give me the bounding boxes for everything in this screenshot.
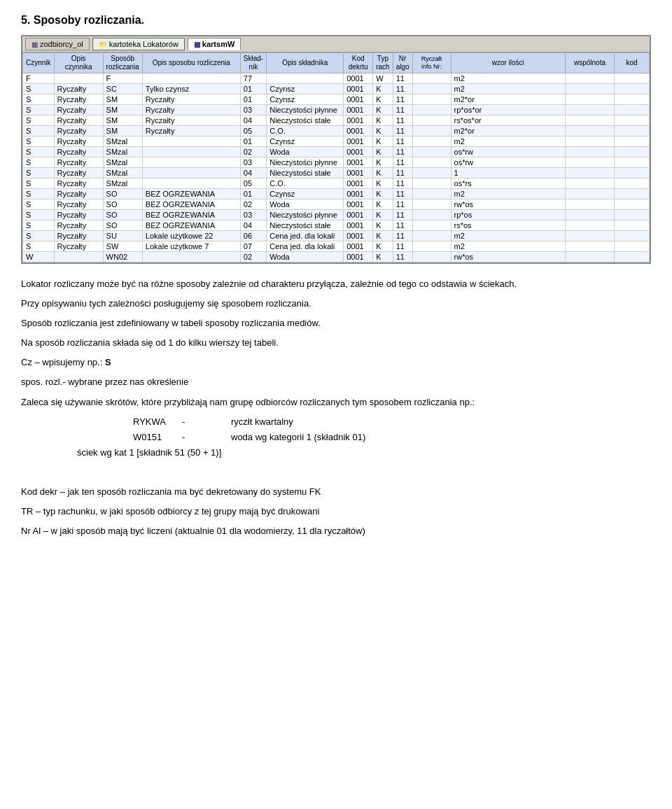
cell-opis-sposobu: Ryczałty — [142, 105, 240, 115]
cell-skladnik: 03 — [240, 105, 266, 115]
cell-czynnik: S — [23, 210, 55, 220]
cell-wzor: rs*os — [451, 220, 565, 231]
cell-opis-skladnika: Nieczystości płynne — [267, 157, 344, 168]
table-row[interactable]: SRyczałtySMzal04Nieczystości stałe0001K1… — [23, 168, 650, 178]
cell-opis-czynnika: Ryczałty — [54, 241, 103, 252]
table-row[interactable]: SRyczałtySMRyczałty03Nieczystości płynne… — [23, 105, 650, 115]
table-row[interactable]: FF770001W11m2 — [23, 73, 650, 84]
cell-kod-dekr: 0001 — [344, 73, 373, 84]
cell-opis-sposobu: BEZ OGRZEWANIA — [142, 210, 240, 220]
cell-opis-czynnika: Ryczałty — [54, 168, 103, 178]
para11: TR – typ rachunku, w jaki sposób odbiorc… — [21, 504, 651, 519]
table-row[interactable]: SRyczałtySMzal02Woda0001K11os*rw — [23, 147, 650, 157]
cell-opis-czynnika: Ryczałty — [54, 147, 103, 157]
table-row[interactable]: SRyczałtySMRyczałty01Czynsz0001K11m2*or — [23, 94, 650, 105]
indent-block: RYKWA - ryczłt kwartalny W0151 - woda wg… — [77, 414, 651, 460]
th-opis-czynnika: Opis czynnika — [54, 53, 103, 73]
cell-wspolnota — [566, 147, 615, 157]
cell-opis-sposobu: Ryczałty — [142, 115, 240, 126]
cell-wspolnota — [566, 136, 615, 147]
cell-skladnik: 06 — [240, 231, 266, 241]
th-ryczalt: Ryczałt info Nr: — [412, 53, 451, 73]
cell-wspolnota — [566, 199, 615, 210]
cell-opis-sposobu — [142, 178, 240, 189]
cell-skladnik: 01 — [240, 189, 266, 199]
table-row[interactable]: SRyczałtySMzal01Czynsz0001K11m2 — [23, 136, 650, 147]
cell-opis-skladnika: Woda — [267, 199, 344, 210]
cell-opis-skladnika: Nieczystości stałe — [267, 115, 344, 126]
cell-czynnik: S — [23, 136, 55, 147]
cell-typ: K — [373, 220, 393, 231]
cell-opis-skladnika: Woda — [267, 252, 344, 262]
cell-opis-sposobu: Lokale użytkowe 22 — [142, 231, 240, 241]
cell-typ: K — [373, 136, 393, 147]
cell-opis-skladnika: Nieczystości stałe — [267, 220, 344, 231]
cell-opis-skladnika: Czynsz — [267, 84, 344, 94]
cell-wspolnota — [566, 241, 615, 252]
tab-zodbiorcy-label: zodbiorcy_ol — [40, 40, 83, 48]
table-row[interactable]: SRyczałtySOBEZ OGRZEWANIA02Woda0001K11rw… — [23, 199, 650, 210]
cell-sposob: SC — [103, 84, 142, 94]
cell-wspolnota — [566, 115, 615, 126]
cell-opis-czynnika — [54, 252, 103, 262]
cell-skladnik: 05 — [240, 178, 266, 189]
para3: Sposób rozliczania jest zdefiniowany w t… — [21, 316, 651, 331]
cell-nr: 11 — [393, 126, 412, 136]
table-row[interactable]: SRyczałtySMRyczałty04Nieczystości stałe0… — [23, 115, 650, 126]
cell-opis-sposobu — [142, 147, 240, 157]
window-area: ▦ zodbiorcy_ol 📁 kartoteka Lokatorów ▦ k… — [21, 35, 651, 264]
tab-zodbiorcy[interactable]: ▦ zodbiorcy_ol — [25, 38, 90, 50]
tab-kartoteka[interactable]: 📁 kartoteka Lokatorów — [92, 38, 185, 50]
cell-wzor: rw*os — [451, 252, 565, 262]
cell-kod — [615, 105, 650, 115]
tab-kartsmw[interactable]: ▦ kartsmW — [188, 38, 241, 50]
cell-kod — [615, 199, 650, 210]
cell-czynnik: S — [23, 189, 55, 199]
cell-nr: 11 — [393, 178, 412, 189]
table-row[interactable]: SRyczałtySULokale użytkowe 2206Cena jed.… — [23, 231, 650, 241]
table-row[interactable]: SRyczałtySWLokale użytkowe 707Cena jed. … — [23, 241, 650, 252]
tab-kartoteka-label: kartoteka Lokatorów — [109, 40, 178, 48]
cell-nr: 11 — [393, 231, 412, 241]
table-row[interactable]: SRyczałtySOBEZ OGRZEWANIA01Czynsz0001K11… — [23, 189, 650, 199]
indent-sep-2: - — [182, 430, 231, 445]
cell-kod — [615, 178, 650, 189]
cell-wzor: rs*os*or — [451, 115, 565, 126]
cell-opis-czynnika: Ryczałty — [54, 115, 103, 126]
cell-skladnik: 04 — [240, 220, 266, 231]
th-kod: kod — [615, 53, 650, 73]
table-row[interactable]: SRyczałtySOBEZ OGRZEWANIA04Nieczystości … — [23, 220, 650, 231]
cell-wzor: rp*os — [451, 210, 565, 220]
cell-opis-skladnika: Cena jed. dla lokali — [267, 231, 344, 241]
cell-nr: 11 — [393, 199, 412, 210]
cell-czynnik: S — [23, 94, 55, 105]
table-row[interactable]: SRyczałtySCTylko czynsz01Czynsz0001K11m2 — [23, 84, 650, 94]
cell-nr: 11 — [393, 241, 412, 252]
cell-skladnik: 04 — [240, 115, 266, 126]
table-icon: ▦ — [31, 41, 38, 48]
cell-wspolnota — [566, 210, 615, 220]
table-row[interactable]: SRyczałtySOBEZ OGRZEWANIA03Nieczystości … — [23, 210, 650, 220]
cell-sposob: SM — [103, 105, 142, 115]
cell-kod-dekr: 0001 — [344, 84, 373, 94]
cell-wzor: m2 — [451, 189, 565, 199]
cell-wzor: os*rw — [451, 157, 565, 168]
th-opis-skladnika: Opis składnika — [267, 53, 344, 73]
cell-nr: 11 — [393, 168, 412, 178]
cell-sposob: SO — [103, 199, 142, 210]
cell-skladnik: 01 — [240, 136, 266, 147]
cell-kod — [615, 189, 650, 199]
table-row[interactable]: SRyczałtySMzal05C.O.0001K11os*rs — [23, 178, 650, 189]
text-block: Lokator rozliczany może być na różne spo… — [21, 276, 651, 539]
table-row[interactable]: SRyczałtySMRyczałty05C.O.0001K11m2*or — [23, 126, 650, 136]
cell-ryczalt — [412, 210, 451, 220]
table-row[interactable]: SRyczałtySMzal03Nieczystości płynne0001K… — [23, 157, 650, 168]
table-row[interactable]: WWN0202Woda0001K11rw*os — [23, 252, 650, 262]
cell-opis-sposobu — [142, 136, 240, 147]
para2: Przy opisywaniu tych zależności posługuj… — [21, 296, 651, 311]
cell-nr: 11 — [393, 157, 412, 168]
cell-kod — [615, 84, 650, 94]
cell-wzor: os*rw — [451, 147, 565, 157]
cell-kod — [615, 115, 650, 126]
cell-typ: K — [373, 252, 393, 262]
